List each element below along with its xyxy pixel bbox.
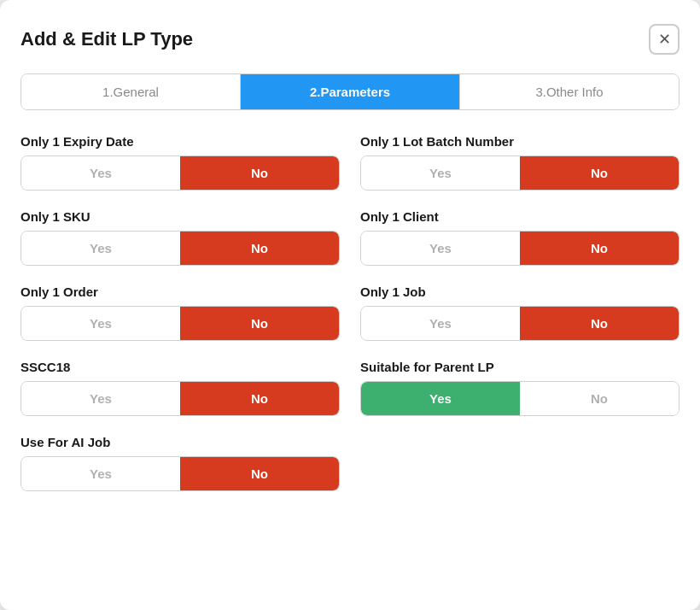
toggle-no-only1client[interactable]: No: [520, 232, 679, 265]
toggle-yes-sscc18[interactable]: Yes: [21, 382, 180, 415]
toggle-yes-only1lot[interactable]: Yes: [361, 156, 520, 190]
toggle-no-only1lot[interactable]: No: [520, 156, 679, 190]
field-useforaijob: Use For AI Job Yes No: [20, 435, 340, 491]
fields-grid: Only 1 Expiry Date Yes No Only 1 Lot Bat…: [20, 134, 680, 510]
field-label-useforaijob: Use For AI Job: [20, 435, 340, 449]
toggle-sscc18: Yes No: [20, 381, 340, 416]
toggle-only1job: Yes No: [360, 306, 680, 341]
toggle-yes-only1client[interactable]: Yes: [361, 232, 520, 265]
toggle-useforaijob: Yes No: [20, 456, 340, 491]
toggle-only1sku: Yes No: [20, 231, 340, 266]
modal-title: Add & Edit LP Type: [20, 28, 193, 50]
toggle-no-only1sku[interactable]: No: [180, 232, 339, 265]
field-label-sscc18: SSCC18: [20, 360, 340, 374]
field-only1client: Only 1 Client Yes No: [360, 209, 680, 266]
toggle-yes-only1job[interactable]: Yes: [361, 307, 520, 340]
field-label-only1sku: Only 1 SKU: [20, 209, 340, 224]
toggle-yes-useforaijob[interactable]: Yes: [21, 457, 180, 490]
field-only1lot: Only 1 Lot Batch Number Yes No: [360, 134, 680, 191]
toggle-no-only1order[interactable]: No: [180, 307, 339, 340]
tab-general[interactable]: 1.General: [21, 74, 241, 109]
field-sscc18: SSCC18 Yes No: [20, 360, 340, 416]
toggle-no-sscc18[interactable]: No: [180, 382, 339, 415]
toggle-yes-only1order[interactable]: Yes: [21, 307, 180, 340]
tab-parameters[interactable]: 2.Parameters: [241, 74, 460, 109]
toggle-only1lot: Yes No: [360, 155, 680, 191]
toggle-only1order: Yes No: [20, 306, 340, 341]
tab-other-info[interactable]: 3.Other Info: [460, 74, 679, 109]
modal: Add & Edit LP Type ✕ 1.General 2.Paramet…: [0, 0, 700, 610]
field-only1expiry: Only 1 Expiry Date Yes No: [20, 134, 340, 191]
field-suitableparentlp: Suitable for Parent LP Yes No: [360, 360, 680, 416]
field-label-suitableparentlp: Suitable for Parent LP: [360, 360, 680, 374]
field-only1sku: Only 1 SKU Yes No: [20, 209, 340, 266]
field-label-only1expiry: Only 1 Expiry Date: [20, 134, 340, 149]
close-button[interactable]: ✕: [649, 24, 680, 55]
toggle-no-suitableparentlp[interactable]: No: [520, 382, 679, 415]
toggle-yes-suitableparentlp[interactable]: Yes: [361, 382, 520, 415]
field-label-only1client: Only 1 Client: [360, 209, 680, 224]
toggle-no-useforaijob[interactable]: No: [180, 457, 339, 490]
toggle-only1expiry: Yes No: [20, 155, 340, 191]
field-only1job: Only 1 Job Yes No: [360, 284, 680, 341]
tabs-container: 1.General 2.Parameters 3.Other Info: [20, 73, 680, 110]
field-label-only1order: Only 1 Order: [20, 284, 340, 299]
toggle-only1client: Yes No: [360, 231, 680, 266]
field-only1order: Only 1 Order Yes No: [20, 284, 340, 341]
modal-header: Add & Edit LP Type ✕: [20, 24, 680, 55]
toggle-yes-only1sku[interactable]: Yes: [21, 232, 180, 265]
field-label-only1job: Only 1 Job: [360, 284, 680, 299]
toggle-suitableparentlp: Yes No: [360, 381, 680, 416]
toggle-no-only1job[interactable]: No: [520, 307, 679, 340]
toggle-no-only1expiry[interactable]: No: [180, 156, 339, 190]
field-label-only1lot: Only 1 Lot Batch Number: [360, 134, 680, 149]
toggle-yes-only1expiry[interactable]: Yes: [21, 156, 180, 190]
